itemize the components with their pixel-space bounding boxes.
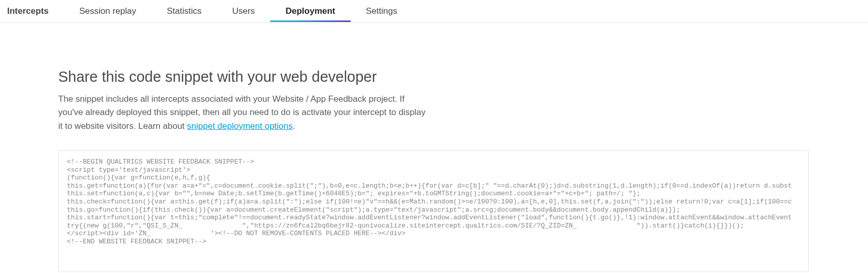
tab-intercepts[interactable]: Intercepts [5,0,64,22]
tab-settings[interactable]: Settings [351,0,413,22]
description-text: The snippet includes all intercepts asso… [58,93,426,133]
tab-bar: InterceptsSession replayStatisticsUsersD… [0,0,868,22]
tab-session-replay[interactable]: Session replay [64,0,152,22]
tab-deployment[interactable]: Deployment [270,0,350,22]
tab-users[interactable]: Users [217,0,270,22]
page-title: Share this code snippet with your web de… [58,69,810,85]
code-snippet-text: <!--BEGIN QUALTRICS WEBSITE FEEDBACK SNI… [67,158,800,246]
code-snippet-box[interactable]: <!--BEGIN QUALTRICS WEBSITE FEEDBACK SNI… [58,150,809,272]
tab-statistics[interactable]: Statistics [152,0,217,22]
deployment-content: Share this code snippet with your web de… [0,22,810,273]
description-part-2: . [293,121,295,131]
snippet-deployment-link[interactable]: snippet deployment options [187,121,293,131]
